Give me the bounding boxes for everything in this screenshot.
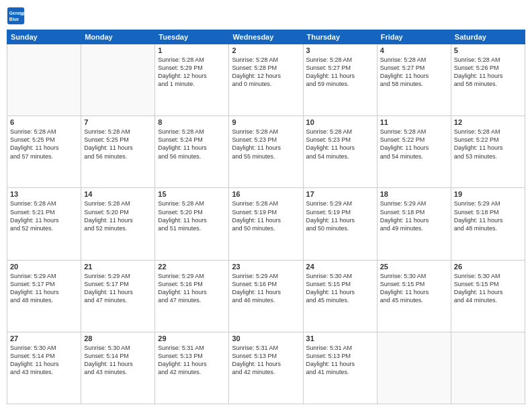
calendar-cell: 20Sunrise: 5:29 AM Sunset: 5:17 PM Dayli… (7, 260, 81, 332)
calendar-cell: 30Sunrise: 5:31 AM Sunset: 5:13 PM Dayli… (229, 332, 303, 404)
calendar-cell: 8Sunrise: 5:28 AM Sunset: 5:24 PM Daylig… (155, 116, 229, 188)
header: General Blue (7, 7, 525, 26)
calendar-week-row: 6Sunrise: 5:28 AM Sunset: 5:25 PM Daylig… (7, 116, 525, 188)
weekday-header: Sunday (7, 30, 81, 44)
calendar-week-row: 13Sunrise: 5:28 AM Sunset: 5:21 PM Dayli… (7, 188, 525, 260)
day-number: 14 (84, 190, 152, 198)
logo-icon: General Blue (7, 7, 26, 26)
day-info: Sunrise: 5:30 AM Sunset: 5:14 PM Dayligh… (10, 344, 78, 377)
day-info: Sunrise: 5:30 AM Sunset: 5:15 PM Dayligh… (306, 272, 374, 305)
day-info: Sunrise: 5:29 AM Sunset: 5:17 PM Dayligh… (10, 272, 78, 305)
calendar-cell: 24Sunrise: 5:30 AM Sunset: 5:15 PM Dayli… (303, 260, 377, 332)
calendar-week-row: 1Sunrise: 5:28 AM Sunset: 5:29 PM Daylig… (7, 44, 525, 116)
day-info: Sunrise: 5:28 AM Sunset: 5:23 PM Dayligh… (232, 128, 300, 161)
calendar-cell: 14Sunrise: 5:28 AM Sunset: 5:20 PM Dayli… (81, 188, 155, 260)
day-number: 12 (454, 118, 522, 126)
calendar-cell: 5Sunrise: 5:28 AM Sunset: 5:26 PM Daylig… (451, 44, 525, 116)
calendar-cell: 29Sunrise: 5:31 AM Sunset: 5:13 PM Dayli… (155, 332, 229, 404)
day-number: 28 (84, 334, 152, 342)
calendar-cell: 7Sunrise: 5:28 AM Sunset: 5:25 PM Daylig… (81, 116, 155, 188)
day-info: Sunrise: 5:28 AM Sunset: 5:19 PM Dayligh… (232, 199, 300, 232)
day-number: 27 (10, 334, 78, 342)
day-info: Sunrise: 5:31 AM Sunset: 5:13 PM Dayligh… (158, 344, 226, 377)
day-number: 10 (306, 118, 374, 126)
day-number: 31 (306, 334, 374, 342)
day-info: Sunrise: 5:29 AM Sunset: 5:16 PM Dayligh… (158, 272, 226, 305)
weekday-header: Monday (81, 30, 155, 44)
day-number: 6 (10, 118, 78, 126)
day-number: 7 (84, 118, 152, 126)
day-info: Sunrise: 5:28 AM Sunset: 5:27 PM Dayligh… (306, 56, 374, 89)
day-info: Sunrise: 5:28 AM Sunset: 5:20 PM Dayligh… (84, 199, 152, 232)
day-info: Sunrise: 5:28 AM Sunset: 5:26 PM Dayligh… (454, 56, 522, 89)
day-number: 20 (10, 263, 78, 271)
calendar-cell: 17Sunrise: 5:29 AM Sunset: 5:19 PM Dayli… (303, 188, 377, 260)
day-info: Sunrise: 5:28 AM Sunset: 5:20 PM Dayligh… (158, 199, 226, 232)
svg-rect-0 (7, 7, 24, 24)
day-number: 22 (158, 263, 226, 271)
calendar-week-row: 27Sunrise: 5:30 AM Sunset: 5:14 PM Dayli… (7, 332, 525, 404)
weekday-header: Saturday (451, 30, 525, 44)
logo: General Blue (7, 7, 28, 26)
calendar-cell: 12Sunrise: 5:28 AM Sunset: 5:22 PM Dayli… (451, 116, 525, 188)
calendar-cell: 27Sunrise: 5:30 AM Sunset: 5:14 PM Dayli… (7, 332, 81, 404)
calendar-cell: 11Sunrise: 5:28 AM Sunset: 5:22 PM Dayli… (377, 116, 451, 188)
calendar-week-row: 20Sunrise: 5:29 AM Sunset: 5:17 PM Dayli… (7, 260, 525, 332)
calendar-cell: 22Sunrise: 5:29 AM Sunset: 5:16 PM Dayli… (155, 260, 229, 332)
calendar-cell: 16Sunrise: 5:28 AM Sunset: 5:19 PM Dayli… (229, 188, 303, 260)
day-number: 11 (380, 118, 448, 126)
calendar-cell: 6Sunrise: 5:28 AM Sunset: 5:25 PM Daylig… (7, 116, 81, 188)
day-number: 26 (454, 263, 522, 271)
calendar-cell (7, 44, 81, 116)
day-info: Sunrise: 5:30 AM Sunset: 5:15 PM Dayligh… (454, 272, 522, 305)
calendar-cell: 1Sunrise: 5:28 AM Sunset: 5:29 PM Daylig… (155, 44, 229, 116)
day-info: Sunrise: 5:30 AM Sunset: 5:14 PM Dayligh… (84, 344, 152, 377)
day-info: Sunrise: 5:28 AM Sunset: 5:28 PM Dayligh… (232, 56, 300, 89)
calendar-cell: 3Sunrise: 5:28 AM Sunset: 5:27 PM Daylig… (303, 44, 377, 116)
day-number: 17 (306, 190, 374, 198)
day-info: Sunrise: 5:29 AM Sunset: 5:18 PM Dayligh… (380, 199, 448, 232)
calendar-cell: 26Sunrise: 5:30 AM Sunset: 5:15 PM Dayli… (451, 260, 525, 332)
calendar-cell: 31Sunrise: 5:31 AM Sunset: 5:13 PM Dayli… (303, 332, 377, 404)
day-info: Sunrise: 5:29 AM Sunset: 5:18 PM Dayligh… (454, 199, 522, 232)
day-number: 13 (10, 190, 78, 198)
day-number: 9 (232, 118, 300, 126)
calendar-header-row: SundayMondayTuesdayWednesdayThursdayFrid… (7, 30, 525, 44)
day-number: 23 (232, 263, 300, 271)
day-number: 25 (380, 263, 448, 271)
day-info: Sunrise: 5:28 AM Sunset: 5:29 PM Dayligh… (158, 56, 226, 89)
day-info: Sunrise: 5:29 AM Sunset: 5:19 PM Dayligh… (306, 199, 374, 232)
day-info: Sunrise: 5:28 AM Sunset: 5:22 PM Dayligh… (380, 128, 448, 161)
svg-text:Blue: Blue (9, 17, 19, 21)
day-number: 16 (232, 190, 300, 198)
day-info: Sunrise: 5:28 AM Sunset: 5:21 PM Dayligh… (10, 199, 78, 232)
calendar-cell: 19Sunrise: 5:29 AM Sunset: 5:18 PM Dayli… (451, 188, 525, 260)
day-number: 1 (158, 46, 226, 54)
page: General Blue SundayMondayTuesdayWednesda… (0, 0, 532, 411)
day-number: 29 (158, 334, 226, 342)
calendar-cell: 15Sunrise: 5:28 AM Sunset: 5:20 PM Dayli… (155, 188, 229, 260)
day-number: 15 (158, 190, 226, 198)
day-number: 21 (84, 263, 152, 271)
calendar-cell: 13Sunrise: 5:28 AM Sunset: 5:21 PM Dayli… (7, 188, 81, 260)
calendar-cell: 25Sunrise: 5:30 AM Sunset: 5:15 PM Dayli… (377, 260, 451, 332)
day-number: 3 (306, 46, 374, 54)
day-info: Sunrise: 5:28 AM Sunset: 5:25 PM Dayligh… (10, 128, 78, 161)
weekday-header: Tuesday (155, 30, 229, 44)
calendar-cell: 23Sunrise: 5:29 AM Sunset: 5:16 PM Dayli… (229, 260, 303, 332)
day-number: 8 (158, 118, 226, 126)
calendar-cell (81, 44, 155, 116)
calendar-cell: 10Sunrise: 5:28 AM Sunset: 5:23 PM Dayli… (303, 116, 377, 188)
day-number: 5 (454, 46, 522, 54)
weekday-header: Wednesday (229, 30, 303, 44)
calendar-cell: 2Sunrise: 5:28 AM Sunset: 5:28 PM Daylig… (229, 44, 303, 116)
weekday-header: Thursday (303, 30, 377, 44)
day-info: Sunrise: 5:28 AM Sunset: 5:25 PM Dayligh… (84, 128, 152, 161)
day-info: Sunrise: 5:31 AM Sunset: 5:13 PM Dayligh… (232, 344, 300, 377)
day-info: Sunrise: 5:28 AM Sunset: 5:23 PM Dayligh… (306, 128, 374, 161)
day-number: 2 (232, 46, 300, 54)
day-number: 24 (306, 263, 374, 271)
day-number: 4 (380, 46, 448, 54)
calendar-cell: 18Sunrise: 5:29 AM Sunset: 5:18 PM Dayli… (377, 188, 451, 260)
calendar-cell: 4Sunrise: 5:28 AM Sunset: 5:27 PM Daylig… (377, 44, 451, 116)
